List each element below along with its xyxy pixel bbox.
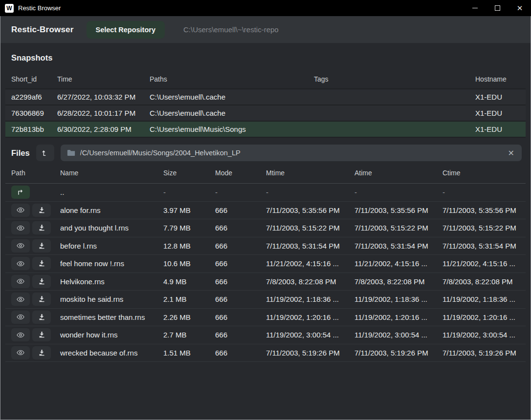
download-file-button[interactable] xyxy=(32,257,51,270)
file-ctime: 11/19/2002, 3:00:54 ... xyxy=(437,331,526,339)
file-atime: 7/11/2003, 5:19:26 PM xyxy=(349,349,437,357)
files-rows: alone for.rns 3.97 MB 666 7/11/2003, 5:3… xyxy=(5,202,526,362)
file-mtime: 11/21/2002, 4:15:16 ... xyxy=(260,259,349,268)
download-icon xyxy=(38,260,45,267)
snapshot-hostname: X1-EDU xyxy=(469,109,526,117)
eye-icon xyxy=(16,224,25,232)
download-icon xyxy=(38,331,45,338)
preview-file-button[interactable] xyxy=(11,257,30,270)
file-size: 12.8 MB xyxy=(157,242,209,250)
parent-dir-atime: - xyxy=(349,188,437,196)
file-name: before l.rns xyxy=(54,242,157,250)
files-heading: Files xyxy=(11,148,30,158)
eye-icon xyxy=(16,295,25,304)
preview-file-button[interactable] xyxy=(11,293,30,306)
download-icon xyxy=(38,314,45,321)
preview-file-button[interactable] xyxy=(11,328,30,341)
column-header-atime: Atime xyxy=(349,169,437,177)
file-mode: 666 xyxy=(209,295,260,303)
preview-file-button[interactable] xyxy=(11,221,30,234)
file-row: Helvikone.rns 4.9 MB 666 7/8/2003, 8:22:… xyxy=(5,273,526,291)
snapshot-paths: C:\Users\emuell\Music\Songs xyxy=(144,125,308,133)
file-atime: 7/11/2003, 5:15:22 PM xyxy=(349,224,437,232)
file-size: 2.7 MB xyxy=(157,331,209,339)
download-file-button[interactable] xyxy=(32,204,51,217)
download-file-button[interactable] xyxy=(32,346,51,359)
preview-file-button[interactable] xyxy=(11,346,30,359)
eye-icon xyxy=(16,313,25,321)
file-atime: 7/11/2003, 5:35:56 PM xyxy=(349,206,437,214)
file-atime: 7/11/2003, 5:31:54 PM xyxy=(349,242,437,250)
snapshot-time: 6/28/2022, 10:01:17 PM xyxy=(51,109,144,117)
file-name: wonder how it.rns xyxy=(54,331,157,339)
files-table: Path Name Size Mode Mtime Atime Ctime xyxy=(5,162,526,362)
download-file-button[interactable] xyxy=(32,311,51,324)
column-header-short-id: Short_id xyxy=(5,75,51,83)
file-ctime: 7/11/2003, 5:35:56 PM xyxy=(437,206,526,214)
download-file-button[interactable] xyxy=(32,275,51,288)
column-header-mtime: Mtime xyxy=(260,169,349,177)
close-button[interactable]: ✕ xyxy=(509,0,531,16)
snapshot-row[interactable]: a2299af6 6/27/2022, 10:03:32 PM C:\Users… xyxy=(5,89,526,105)
file-mode: 666 xyxy=(209,313,260,321)
file-mode: 666 xyxy=(209,277,260,286)
parent-dir-mtime: - xyxy=(260,188,349,196)
download-file-button[interactable] xyxy=(32,293,51,306)
column-header-time: Time xyxy=(51,75,144,83)
snapshot-row[interactable]: 76306869 6/28/2022, 10:01:17 PM C:\Users… xyxy=(5,105,526,122)
eye-icon xyxy=(16,259,25,268)
window-title: Restic Browser xyxy=(18,4,61,12)
app-frame: Restic-Browser Select Repository C:\User… xyxy=(0,16,531,420)
download-file-button[interactable] xyxy=(32,221,51,234)
file-name: and you thought l.rns xyxy=(54,224,157,232)
eye-icon xyxy=(16,241,25,250)
file-row: alone for.rns 3.97 MB 666 7/11/2003, 5:3… xyxy=(5,202,526,220)
snapshot-row[interactable]: 72b813bb 6/30/2022, 2:28:09 PM C:\Users\… xyxy=(5,122,526,138)
window-controls: ✕ xyxy=(464,0,531,16)
snapshot-short-id: 72b813bb xyxy=(5,125,51,133)
download-file-button[interactable] xyxy=(32,239,51,252)
file-mode: 666 xyxy=(209,259,260,268)
go-up-directory-button[interactable] xyxy=(36,145,54,161)
parent-dir-mode: - xyxy=(209,188,260,196)
eye-icon xyxy=(16,348,25,357)
column-header-size: Size xyxy=(157,169,209,177)
file-atime: 11/19/2002, 3:00:54 ... xyxy=(349,331,437,339)
minimize-icon xyxy=(472,8,478,8)
navigate-up-button[interactable] xyxy=(11,186,30,199)
download-file-button[interactable] xyxy=(32,328,51,341)
download-icon xyxy=(38,295,45,303)
file-ctime: 7/8/2003, 8:22:08 PM xyxy=(437,277,526,286)
file-name: Helvikone.rns xyxy=(54,277,157,286)
file-atime: 7/8/2003, 8:22:08 PM xyxy=(349,277,437,286)
file-row: moskito he said.rns 2.1 MB 666 11/19/200… xyxy=(5,291,526,309)
file-mode: 666 xyxy=(209,206,260,214)
preview-file-button[interactable] xyxy=(11,204,30,217)
maximize-button[interactable] xyxy=(486,0,509,16)
file-mtime: 7/11/2003, 5:15:22 PM xyxy=(260,224,349,232)
file-row: and you thought l.rns 7.79 MB 666 7/11/2… xyxy=(5,219,526,237)
current-path-text: /C/Users/emuell/Music/Songs/2004_Helveti… xyxy=(80,149,241,157)
parent-dir-size: - xyxy=(157,188,209,196)
repository-path: C:\Users\emuell\~\restic-repo xyxy=(183,25,279,34)
file-row: feel home now !.rns 10.6 MB 666 11/21/20… xyxy=(5,255,526,273)
file-size: 7.79 MB xyxy=(157,224,209,232)
file-ctime: 11/19/2002, 1:20:16 ... xyxy=(437,313,526,321)
column-header-ctime: Ctime xyxy=(437,169,526,177)
files-bar: Files /C/Users/emuell/Music/Songs/2004_H… xyxy=(0,138,531,161)
column-header-tags: Tags xyxy=(308,75,469,83)
preview-file-button[interactable] xyxy=(11,239,30,252)
file-mtime: 7/11/2003, 5:19:26 PM xyxy=(260,349,349,357)
preview-file-button[interactable] xyxy=(11,311,30,324)
file-mode: 666 xyxy=(209,242,260,250)
select-repository-button[interactable]: Select Repository xyxy=(87,21,165,39)
snapshots-table: Short_id Time Paths Tags Hostname a2299a… xyxy=(5,70,526,138)
minimize-button[interactable] xyxy=(464,0,486,16)
snapshots-rows: a2299af6 6/27/2022, 10:03:32 PM C:\Users… xyxy=(5,89,526,138)
clear-path-button[interactable]: ✕ xyxy=(507,148,515,158)
arrow-up-then-right-icon xyxy=(17,189,24,196)
file-row: sometimes better than.rns 2.26 MB 666 11… xyxy=(5,309,526,327)
file-mode: 666 xyxy=(209,224,260,232)
preview-file-button[interactable] xyxy=(11,275,30,288)
current-path-bar[interactable]: /C/Users/emuell/Music/Songs/2004_Helveti… xyxy=(61,145,522,161)
